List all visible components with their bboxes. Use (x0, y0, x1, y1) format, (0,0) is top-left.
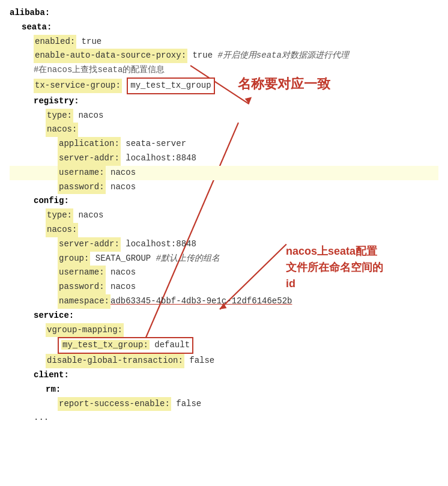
line-client: client: (10, 368, 438, 383)
val-auto-proxy: true (187, 49, 217, 63)
key-vgroup-mapping: vgroup-mapping: (46, 323, 124, 338)
line-auto-proxy: enable-auto-data-source-proxy: true #开启使… (10, 49, 438, 63)
line-application: application: seata-server (10, 137, 438, 151)
line-tx-group: tx-service-group: my_test_tx_group (10, 77, 438, 94)
key-alibaba: alibaba: (10, 6, 50, 20)
key-service: service: (34, 309, 74, 323)
key-config-username: username: (58, 266, 106, 280)
key-tx-group: tx-service-group: (34, 79, 122, 93)
val-tx-group: my_test_tx_group (127, 77, 214, 94)
line-registry: registry: (10, 94, 438, 109)
line-registry-server-addr: server-addr: localhost:8848 (10, 151, 438, 166)
val-config-username: nacos (106, 266, 136, 280)
line-config-server-addr: server-addr: localhost:8848 (10, 237, 438, 252)
key-config-password: password: (58, 280, 106, 294)
key-config-type: type: (46, 208, 73, 223)
key-application: application: (58, 137, 121, 151)
val-disable-tx: false (184, 354, 214, 368)
key-registry-nacos: nacos: (46, 123, 78, 137)
key-registry-server-addr: server-addr: (58, 151, 121, 166)
val-config-type: nacos (73, 208, 103, 223)
line-report-success: report-success-enable: false (10, 397, 438, 412)
key-config-group: group: (58, 252, 90, 266)
val-application: seata-server (121, 137, 186, 151)
line-config: config: (10, 194, 438, 208)
val-registry-username: nacos (106, 166, 136, 180)
line-registry-type: type: nacos (10, 109, 438, 123)
val-registry-password: nacos (106, 180, 136, 195)
key-config-server-addr: server-addr: (58, 237, 121, 252)
line-enabled: enabled: true (10, 35, 438, 49)
line-config-nacos: nacos: (10, 223, 438, 237)
key-registry: registry: (34, 94, 79, 109)
comment-auto-proxy: #开启使用seata对数据源进行代理 (217, 49, 348, 63)
line-ellipsis: ... (10, 411, 438, 425)
line-config-type: type: nacos (10, 208, 438, 223)
annotation-names-match: 名称要对应一致 (238, 73, 330, 95)
line-vgroup-val: my_test_tx_group: default (10, 337, 438, 354)
line-vgroup-mapping: vgroup-mapping: (10, 323, 438, 338)
line-disable-tx: disable-global-transaction: false (10, 354, 438, 368)
key-rm: rm: (46, 383, 61, 397)
line-config-password: password: nacos (10, 280, 438, 294)
ellipsis: ... (34, 411, 49, 425)
line-config-username: username: nacos (10, 266, 438, 280)
val-config-server-addr: localhost:8848 (121, 237, 196, 252)
val-config-namespace: adb63345-4bbf-4db3-9e1c-12df6146e52b (110, 294, 292, 309)
val-report-success: false (171, 397, 201, 412)
val-registry-type: nacos (73, 109, 103, 123)
space-tx (122, 79, 127, 93)
key-config-nacos: nacos: (46, 223, 78, 237)
line-service: service: (10, 309, 438, 323)
comment-nacos-find: #在nacos上查找seata的配置信息 (34, 63, 165, 77)
val-config-group: SEATA_GROUP (90, 252, 156, 266)
line-config-namespace: namespace:adb63345-4bbf-4db3-9e1c-12df61… (10, 294, 438, 309)
val-vgroup-mapping: my_test_tx_group: default (58, 337, 193, 354)
key-auto-proxy: enable-auto-data-source-proxy: (34, 49, 187, 63)
val-enabled: true (76, 35, 101, 49)
line-nacos-comment: #在nacos上查找seata的配置信息 (10, 63, 438, 77)
val-vgroup-default: default (150, 340, 190, 350)
line-alibaba: alibaba: (10, 6, 438, 20)
key-config-namespace: namespace: (58, 294, 110, 309)
line-registry-nacos: nacos: (10, 123, 438, 137)
key-registry-type: type: (46, 109, 73, 123)
comment-group: #默认上传的组名 (156, 252, 220, 266)
val-config-password: nacos (106, 280, 136, 294)
key-enabled: enabled: (34, 35, 76, 49)
key-vgroup-tx-group: my_test_tx_group: (61, 340, 150, 350)
line-registry-username: username: nacos (10, 166, 438, 180)
key-registry-password: password: (58, 180, 106, 195)
key-report-success: report-success-enable: (58, 397, 171, 412)
line-rm: rm: (10, 383, 438, 397)
line-config-group: group: SEATA_GROUP #默认上传的组名 (10, 252, 438, 266)
key-registry-username: username: (58, 166, 106, 180)
key-seata: seata: (22, 20, 52, 35)
key-config: config: (34, 194, 69, 208)
line-registry-password: password: nacos (10, 180, 438, 195)
key-disable-tx: disable-global-transaction: (46, 354, 184, 368)
key-client: client: (34, 368, 69, 383)
line-seata: seata: (10, 20, 438, 35)
val-registry-server-addr: localhost:8848 (121, 151, 196, 166)
